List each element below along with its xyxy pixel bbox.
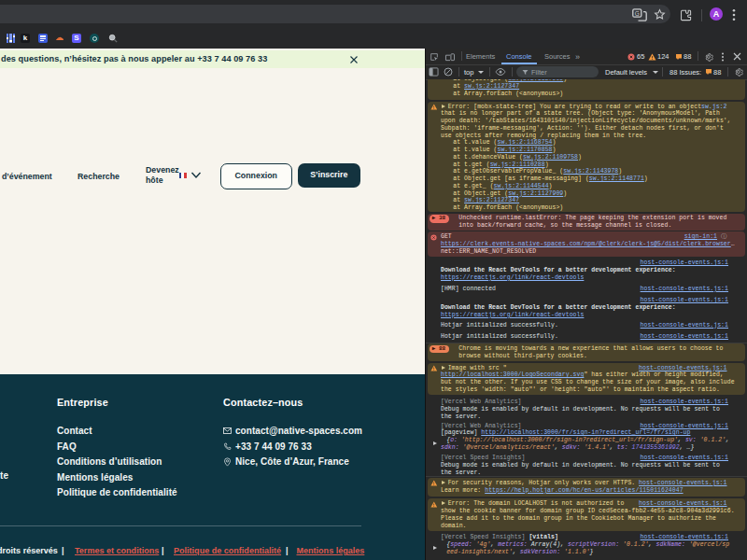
svg-text:G: G [635,10,640,17]
